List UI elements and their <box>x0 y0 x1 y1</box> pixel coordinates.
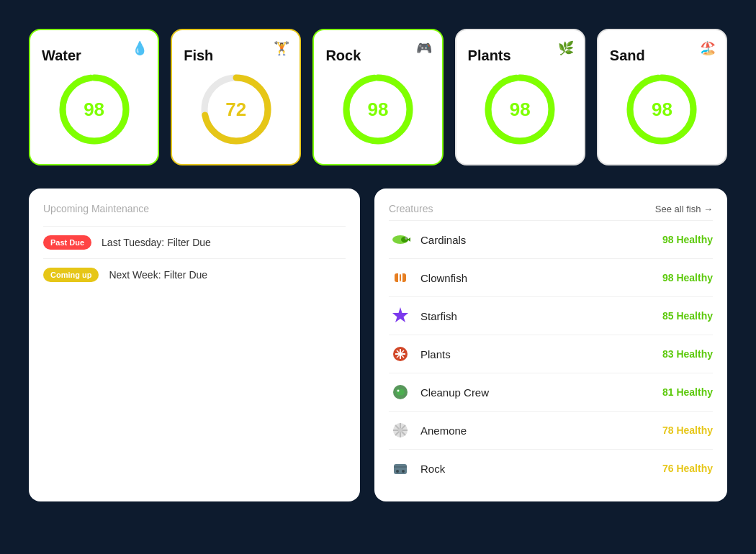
creature-row: Anemone 78 Healthy <box>389 411 713 449</box>
creature-left: Cardinals <box>389 228 466 251</box>
cardinals-icon <box>389 228 412 251</box>
creature-left: Plants <box>389 342 451 365</box>
sand-value: 98 <box>652 99 672 121</box>
water-gauge: 98 <box>55 70 134 149</box>
creature-name: Cardinals <box>420 234 466 246</box>
maintenance-row: Coming up Next Week: Filter Due <box>43 258 346 291</box>
starfish-icon <box>389 304 412 327</box>
creature-row: Cardinals 98 Healthy <box>389 220 713 258</box>
water-card-title: Water <box>42 47 81 64</box>
creatures-header: Creatures See all fish → <box>389 203 713 214</box>
plants-card[interactable]: 🌿 Plants 98 <box>455 29 585 165</box>
svg-point-26 <box>397 390 400 392</box>
maintenance-text: Last Tuesday: Filter Due <box>102 237 211 248</box>
see-all-fish-link[interactable]: See all fish → <box>655 204 713 214</box>
maintenance-badge: Coming up <box>43 268 99 282</box>
creature-name: Anemone <box>420 424 467 437</box>
top-cards-section: 💧 Water 98 🏋️ Fish 72 🎮 Rock 98 <box>29 29 727 165</box>
creature-status: 98 Healthy <box>662 234 713 245</box>
creature-left: Cleanup Crew <box>389 381 489 404</box>
maintenance-card: Upcoming Maintenance Past Due Last Tuesd… <box>29 189 360 501</box>
creature-left: Starfish <box>389 304 457 327</box>
bottom-section: Upcoming Maintenance Past Due Last Tuesd… <box>29 189 727 501</box>
anemone-icon <box>389 419 412 442</box>
fish-gauge: 72 <box>197 70 276 149</box>
creature-name: Starfish <box>420 310 457 322</box>
svg-rect-33 <box>394 464 407 474</box>
svg-point-35 <box>396 470 399 473</box>
plants-icon: 🌿 <box>558 40 574 56</box>
plants-creature-icon <box>389 342 412 365</box>
rock-value: 98 <box>368 99 389 121</box>
creature-left: Clownfish <box>389 266 467 289</box>
svg-marker-19 <box>392 307 408 322</box>
rock-gauge: 98 <box>338 70 418 149</box>
svg-marker-12 <box>408 237 410 242</box>
creature-name: Clownfish <box>420 272 467 284</box>
sand-icon: 🏖️ <box>700 40 716 56</box>
rock-creature-icon <box>389 457 412 480</box>
fish-value: 72 <box>225 99 246 121</box>
clownfish-icon <box>389 266 412 289</box>
sand-gauge: 98 <box>622 70 701 149</box>
fish-card-title: Fish <box>184 47 213 64</box>
svg-point-36 <box>402 470 405 473</box>
creature-name: Rock <box>420 463 445 475</box>
svg-point-14 <box>405 237 407 239</box>
fish-card[interactable]: 🏋️ Fish 72 <box>171 29 301 165</box>
water-drop-icon: 💧 <box>132 40 148 56</box>
maintenance-badge: Past Due <box>43 235 91 250</box>
creature-status: 83 Healthy <box>662 348 713 360</box>
maintenance-text: Next Week: Filter Due <box>109 269 207 281</box>
rock-card[interactable]: 🎮 Rock 98 <box>312 29 443 165</box>
rock-icon: 🎮 <box>416 40 432 56</box>
creature-row: Starfish 85 Healthy <box>389 296 713 335</box>
svg-point-32 <box>398 428 402 432</box>
creature-left: Rock <box>389 457 445 480</box>
fish-icon: 🏋️ <box>274 40 289 56</box>
creature-row: Plants 83 Healthy <box>389 335 713 373</box>
sand-card-title: Sand <box>610 47 645 64</box>
rock-card-title: Rock <box>325 47 361 64</box>
creature-status: 78 Healthy <box>662 424 713 436</box>
maintenance-row: Past Due Last Tuesday: Filter Due <box>43 226 346 258</box>
svg-point-11 <box>401 237 408 242</box>
water-card[interactable]: 💧 Water 98 <box>29 29 159 165</box>
plants-value: 98 <box>510 99 531 121</box>
water-value: 98 <box>84 99 104 121</box>
creature-status: 98 Healthy <box>662 272 713 283</box>
creature-row: Clownfish 98 Healthy <box>389 258 713 296</box>
creatures-card: Creatures See all fish → Cardinals 98 He… <box>374 189 727 501</box>
creature-left: Anemone <box>389 419 467 442</box>
sand-card[interactable]: 🏖️ Sand 98 <box>597 29 727 165</box>
creatures-title: Creatures <box>389 203 433 214</box>
creature-status: 81 Healthy <box>662 386 713 398</box>
cleanup-icon <box>389 381 412 404</box>
creature-row: Cleanup Crew 81 Healthy <box>389 373 713 411</box>
creature-name: Cleanup Crew <box>420 386 489 399</box>
creature-status: 85 Healthy <box>662 310 713 322</box>
creature-row: Rock 76 Healthy <box>389 449 713 487</box>
plants-card-title: Plants <box>468 47 511 64</box>
maintenance-title: Upcoming Maintenance <box>43 203 346 214</box>
creature-name: Plants <box>420 348 451 360</box>
plants-gauge: 98 <box>480 70 559 149</box>
creature-status: 76 Healthy <box>662 463 713 474</box>
